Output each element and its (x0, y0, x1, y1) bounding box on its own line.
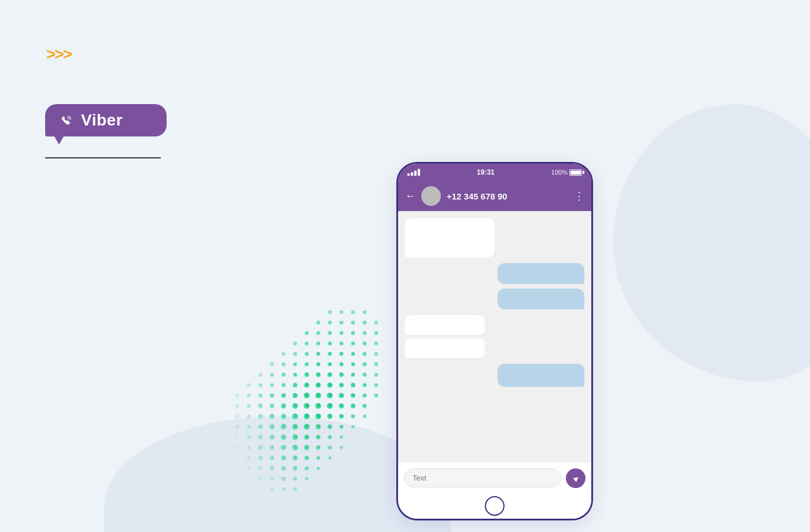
home-button[interactable] (485, 496, 505, 516)
svg-point-156 (305, 477, 308, 481)
svg-point-142 (304, 456, 309, 460)
svg-point-50 (316, 372, 321, 377)
svg-point-78 (351, 393, 355, 398)
svg-point-55 (374, 373, 378, 377)
svg-point-6 (328, 321, 332, 325)
svg-point-108 (270, 424, 275, 430)
battery-indicator: 100% (551, 169, 582, 176)
svg-point-104 (363, 415, 366, 418)
svg-point-11 (305, 331, 309, 335)
svg-point-33 (363, 352, 367, 356)
svg-point-19 (305, 342, 309, 346)
chevrons-decoration: >>> (46, 45, 71, 64)
svg-point-159 (293, 487, 297, 491)
svg-point-116 (235, 435, 239, 439)
viber-brand-name: Viber (81, 111, 123, 130)
svg-point-18 (293, 342, 297, 346)
svg-point-87 (304, 403, 310, 409)
svg-point-37 (293, 363, 297, 367)
message-input[interactable] (404, 468, 561, 487)
svg-point-106 (247, 425, 251, 429)
svg-point-43 (363, 363, 367, 367)
svg-point-25 (374, 342, 378, 346)
svg-point-129 (270, 445, 274, 450)
svg-point-76 (327, 393, 333, 398)
svg-point-107 (258, 424, 263, 429)
svg-point-96 (270, 414, 275, 419)
svg-point-134 (328, 446, 332, 450)
svg-point-42 (351, 363, 355, 367)
svg-point-66 (363, 383, 367, 387)
svg-point-86 (292, 403, 298, 409)
svg-point-79 (363, 394, 367, 398)
svg-point-5 (316, 321, 321, 325)
status-time: 19:31 (477, 168, 495, 176)
status-bar: 19:31 100% (398, 164, 591, 181)
svg-point-80 (374, 394, 378, 398)
svg-point-73 (293, 393, 298, 398)
more-options-icon[interactable]: ⋮ (574, 191, 584, 201)
svg-point-144 (328, 456, 332, 460)
svg-point-89 (327, 403, 333, 409)
svg-point-41 (340, 363, 344, 367)
svg-point-53 (351, 373, 355, 377)
svg-point-118 (258, 435, 263, 439)
svg-point-38 (305, 363, 309, 367)
svg-point-105 (235, 425, 240, 429)
svg-point-75 (315, 393, 321, 398)
svg-point-158 (282, 487, 285, 491)
svg-point-12 (316, 331, 321, 335)
svg-point-28 (305, 352, 309, 356)
svg-point-48 (293, 373, 297, 377)
send-button[interactable]: ► (566, 468, 586, 488)
svg-point-20 (316, 342, 321, 346)
svg-point-102 (339, 414, 344, 419)
svg-point-115 (351, 425, 355, 428)
send-icon: ► (570, 472, 583, 484)
svg-point-59 (282, 383, 286, 387)
svg-point-2 (340, 311, 344, 315)
dot-pattern-decoration (226, 301, 411, 497)
svg-point-92 (363, 404, 367, 408)
svg-point-148 (281, 466, 286, 471)
message-sent-1 (498, 263, 584, 284)
svg-point-52 (339, 372, 344, 377)
svg-point-68 (235, 394, 240, 398)
svg-point-126 (235, 446, 239, 449)
svg-point-88 (315, 403, 321, 409)
svg-point-72 (281, 393, 286, 398)
svg-point-157 (270, 487, 274, 491)
back-arrow-icon[interactable]: ← (405, 190, 415, 202)
svg-point-81 (235, 404, 240, 408)
svg-point-36 (282, 363, 286, 367)
svg-point-133 (316, 445, 321, 450)
svg-point-44 (374, 363, 378, 367)
svg-point-117 (247, 435, 251, 439)
svg-point-69 (247, 394, 251, 398)
viber-logo: Viber (45, 104, 167, 158)
svg-point-21 (328, 342, 332, 346)
svg-point-64 (339, 383, 344, 387)
viber-divider (45, 157, 161, 158)
svg-point-29 (316, 352, 321, 356)
battery-fill (570, 171, 581, 175)
svg-point-97 (281, 414, 286, 419)
battery-percent: 100% (551, 169, 568, 176)
chat-body (398, 211, 591, 462)
svg-point-98 (292, 413, 298, 419)
svg-point-137 (247, 456, 251, 460)
svg-point-130 (281, 445, 286, 450)
svg-point-3 (351, 311, 355, 315)
svg-point-122 (304, 435, 310, 440)
viber-phone-icon (57, 111, 75, 130)
svg-point-123 (316, 435, 321, 439)
svg-point-40 (328, 363, 332, 367)
svg-point-47 (282, 373, 286, 377)
svg-point-141 (293, 456, 298, 461)
svg-point-46 (270, 373, 274, 377)
home-button-area (398, 493, 591, 519)
svg-point-58 (270, 383, 274, 387)
svg-point-91 (351, 404, 355, 408)
svg-point-131 (292, 445, 298, 450)
message-sent-2 (498, 289, 584, 309)
